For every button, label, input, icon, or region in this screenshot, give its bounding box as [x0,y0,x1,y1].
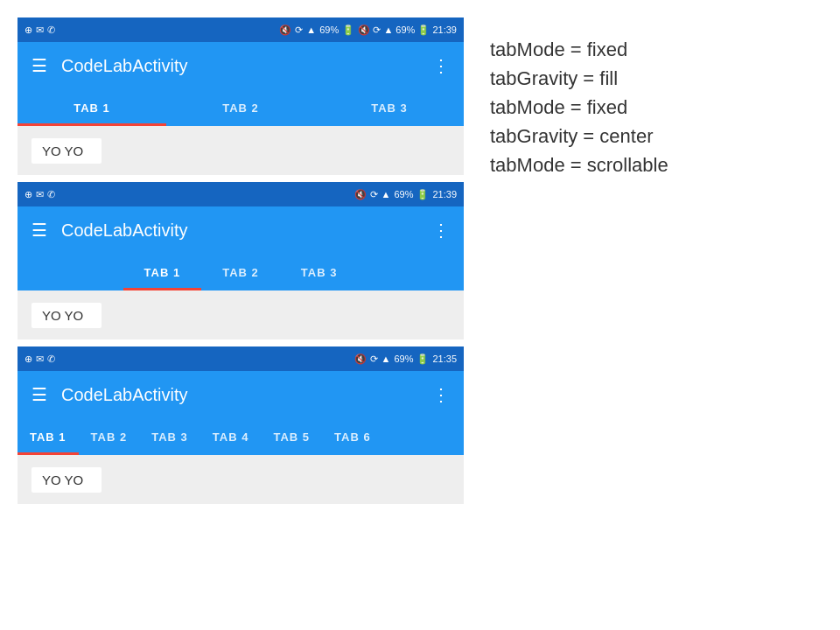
phone-icon: ✆ [47,24,55,36]
content-area-1: YO YO [18,126,464,175]
label-text-2: tabMode = fixed tabGravity = center [490,93,653,150]
mute-icon-2: 🔇 [354,189,367,200]
phone-3: ⊕ ✉ ✆ 🔇 ⟳ ▲ 69% 🔋 21:35 ☰ CodeLabActivit… [18,346,464,504]
usb-icon-3: ⊕ [24,354,32,365]
hamburger-icon-3[interactable]: ☰ [32,384,47,405]
email-icon-2: ✉ [36,189,44,200]
label-line-1-2: tabGravity = fill [490,64,627,93]
signal-icon: ▲ [306,24,316,35]
signal-icon-2: ▲ [382,189,391,200]
tab-3-item-3[interactable]: TAB 3 [139,418,200,455]
status-icons-left-2: ⊕ ✉ ✆ [24,189,55,200]
tab-3-item-4[interactable]: TAB 4 [200,418,262,455]
tab-3-item-1[interactable]: TAB 1 [18,418,79,455]
more-icon-2[interactable]: ⋮ [432,220,450,241]
status-icons-left-1: ⊕ ✉ ✆ [24,24,55,36]
wifi-icon: ⟳ [295,24,303,36]
status-icons-right-1: 🔇 ⟳ ▲ 69% 🔋 🔇 ⟳ ▲ 69% 🔋 21:39 [279,24,457,36]
mute-icon: 🔇 [279,24,291,36]
time-3: 21:35 [432,354,457,364]
status-bar-2: ⊕ ✉ ✆ 🔇 ⟳ ▲ 69% 🔋 21:39 [18,182,464,206]
app-bar-1: ☰ CodeLabActivity ⋮ [18,42,464,89]
phones-column: ⊕ ✉ ✆ 🔇 ⟳ ▲ 69% 🔋 🔇 ⟳ ▲ 69% 🔋 21:39 ☰ Co… [18,18,464,511]
tab-1-item-1[interactable]: TAB 1 [18,89,166,126]
label-line-3-1: tabMode = scrollable [490,150,668,179]
status-icons-right-3: 🔇 ⟳ ▲ 69% 🔋 21:35 [354,354,457,365]
tab-3-item-2[interactable]: TAB 2 [79,418,140,455]
status-bar-1: ⊕ ✉ ✆ 🔇 ⟳ ▲ 69% 🔋 🔇 ⟳ ▲ 69% 🔋 21:39 [18,18,464,42]
label-block-1: tabMode = fixed tabGravity = fill [490,35,822,93]
usb-icon: ⊕ [24,24,32,36]
label-line-2-1: tabMode = fixed [490,93,653,122]
time-2: 21:39 [432,189,457,200]
battery-icon-1: 🔋 [342,24,354,36]
wifi-icon-3: ⟳ [370,354,378,365]
usb-icon-2: ⊕ [24,189,32,200]
more-icon-3[interactable]: ⋮ [432,384,450,405]
status-bar-3: ⊕ ✉ ✆ 🔇 ⟳ ▲ 69% 🔋 21:35 [18,346,464,371]
tab-2-item-3[interactable]: TAB 3 [280,254,359,290]
tab-bar-1: TAB 1 TAB 2 TAB 3 [18,89,464,126]
content-text-2: YO YO [32,303,102,328]
hamburger-icon-1[interactable]: ☰ [32,55,47,76]
phone-icon-2: ✆ [47,189,55,200]
battery-text-1: 69% [319,24,339,35]
label-line-2-2: tabGravity = center [490,122,653,150]
phone-2: ⊕ ✉ ✆ 🔇 ⟳ ▲ 69% 🔋 21:39 ☰ CodeLabActivit… [18,182,464,340]
status-icons-left-3: ⊕ ✉ ✆ [24,354,55,365]
time-1: 🔇 ⟳ ▲ 69% 🔋 21:39 [358,24,457,36]
app-bar-2: ☰ CodeLabActivity ⋮ [18,206,464,254]
content-area-3: YO YO [18,455,464,504]
phone-icon-3: ✆ [47,354,55,365]
tab-3-item-6[interactable]: TAB 6 [322,418,383,455]
battery-text-2: 69% [394,189,413,200]
label-block-3: tabMode = scrollable [490,150,822,179]
battery-icon-2: 🔋 [416,189,429,200]
content-text-3: YO YO [32,467,102,493]
more-icon-1[interactable]: ⋮ [432,55,450,76]
signal-icon-3: ▲ [382,354,391,364]
status-icons-right-2: 🔇 ⟳ ▲ 69% 🔋 21:39 [354,189,457,200]
wifi-icon-2: ⟳ [370,189,378,200]
app-title-1: CodeLabActivity [61,56,432,76]
app-bar-3: ☰ CodeLabActivity ⋮ [18,371,464,418]
content-area-2: YO YO [18,290,464,340]
tab-1-item-3[interactable]: TAB 3 [315,89,464,126]
content-text-1: YO YO [32,138,102,164]
label-block-2: tabMode = fixed tabGravity = center [490,93,822,150]
label-text-3: tabMode = scrollable [490,150,668,179]
labels-column: tabMode = fixed tabGravity = fill tabMod… [490,18,822,179]
tab-2-item-2[interactable]: TAB 2 [201,254,280,290]
tab-1-item-2[interactable]: TAB 2 [166,89,315,126]
mute-icon-3: 🔇 [354,354,367,365]
app-title-3: CodeLabActivity [61,385,432,405]
email-icon: ✉ [36,24,44,36]
label-line-1-1: tabMode = fixed [490,35,627,64]
battery-icon-3: 🔋 [416,354,429,365]
tab-3-item-5[interactable]: TAB 5 [261,418,322,455]
label-text-1: tabMode = fixed tabGravity = fill [490,35,627,93]
tab-bar-2: TAB 1 TAB 2 TAB 3 [18,254,464,290]
tab-2-item-1[interactable]: TAB 1 [123,254,202,290]
hamburger-icon-2[interactable]: ☰ [32,220,47,241]
phone-1: ⊕ ✉ ✆ 🔇 ⟳ ▲ 69% 🔋 🔇 ⟳ ▲ 69% 🔋 21:39 ☰ Co… [18,18,464,175]
email-icon-3: ✉ [36,354,44,365]
battery-text-3: 69% [394,354,413,364]
tab-bar-3: TAB 1 TAB 2 TAB 3 TAB 4 TAB 5 TAB 6 [18,418,464,455]
app-title-2: CodeLabActivity [61,220,432,241]
